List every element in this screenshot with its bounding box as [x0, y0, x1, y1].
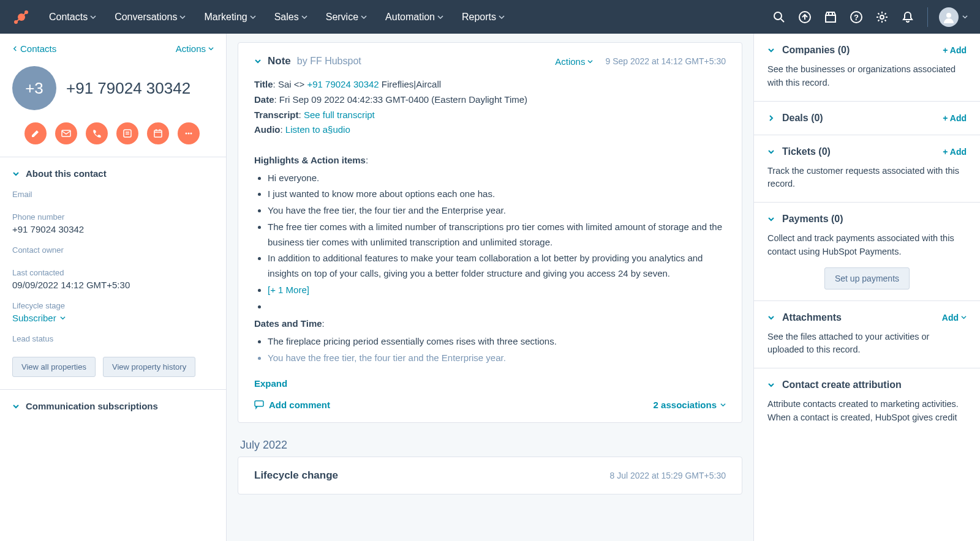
svg-line-6	[781, 19, 784, 22]
account-menu[interactable]	[927, 7, 968, 27]
about-section-header[interactable]: About this contact	[0, 157, 226, 190]
expand-button[interactable]: Expand	[254, 378, 287, 389]
email-button[interactable]	[55, 122, 77, 144]
activity-timeline: Note by FF Hubspot Actions 9 Sep 2022 at…	[227, 34, 753, 541]
hubspot-logo[interactable]	[12, 8, 31, 26]
svg-rect-26	[255, 401, 263, 406]
top-nav: Contacts Conversations Marketing Sales S…	[0, 0, 980, 34]
svg-point-24	[188, 133, 190, 135]
title-phone-link[interactable]: +91 79024 30342	[307, 79, 379, 89]
view-property-history-button[interactable]: View property history	[103, 357, 195, 377]
associations-dropdown[interactable]: 2 associations	[654, 400, 726, 410]
listen-audio-link[interactable]: Listen to a§udio	[285, 124, 350, 135]
lead-status-label: Lead status	[12, 334, 214, 343]
note-author: by FF Hubspot	[297, 56, 361, 67]
back-to-contacts[interactable]: Contacts	[12, 43, 56, 54]
add-comment-button[interactable]: Add comment	[254, 400, 330, 410]
svg-point-5	[774, 12, 782, 20]
note-body: Title: Sai <> +91 79024 30342 Fireflies|…	[254, 77, 726, 366]
svg-point-25	[190, 133, 192, 135]
add-ticket-button[interactable]: + Add	[943, 147, 967, 157]
attachments-section-header[interactable]: Attachments	[767, 312, 842, 323]
owner-label: Contact owner	[12, 245, 214, 255]
note-button[interactable]	[24, 122, 47, 144]
add-attachment-button[interactable]: Add	[942, 313, 967, 323]
svg-point-13	[880, 15, 884, 19]
deals-section-header[interactable]: Deals (0)	[767, 113, 823, 124]
contact-name: +91 79024 30342	[66, 79, 190, 98]
collapse-icon[interactable]	[254, 58, 262, 65]
payments-desc: Collect and track payments associated wi…	[767, 232, 967, 259]
svg-rect-16	[124, 130, 131, 137]
svg-rect-19	[154, 130, 162, 137]
add-deal-button[interactable]: + Add	[943, 113, 967, 123]
call-button[interactable]	[86, 122, 108, 144]
contact-actions-dropdown[interactable]: Actions	[176, 43, 214, 54]
notifications-icon[interactable]	[902, 11, 914, 23]
note-actions-dropdown[interactable]: Actions	[555, 56, 593, 67]
search-icon[interactable]	[773, 11, 785, 23]
companies-desc: See the businesses or organizations asso…	[767, 63, 967, 90]
svg-rect-8	[826, 15, 835, 22]
nav-service[interactable]: Service	[326, 12, 367, 23]
contact-avatar: +3	[12, 66, 56, 110]
more-button[interactable]	[178, 122, 200, 144]
task-button[interactable]	[147, 122, 169, 144]
note-label: Note	[268, 55, 291, 67]
companies-section-header[interactable]: Companies (0)	[767, 45, 850, 56]
note-timestamp: 9 Sep 2022 at 14:12 GMT+5:30	[605, 56, 726, 66]
nav-marketing[interactable]: Marketing	[204, 12, 255, 23]
communication-subscriptions-header[interactable]: Communication subscriptions	[0, 389, 226, 422]
nav-items: Contacts Conversations Marketing Sales S…	[49, 12, 505, 23]
nav-reports[interactable]: Reports	[462, 12, 505, 23]
phone-label: Phone number	[12, 212, 214, 222]
view-all-properties-button[interactable]: View all properties	[12, 357, 96, 377]
last-contacted-value: 09/09/2022 14:12 GMT+5:30	[12, 280, 214, 290]
email-label: Email	[12, 190, 214, 199]
lifecycle-timestamp: 8 Jul 2022 at 15:29 GMT+5:30	[609, 471, 726, 480]
svg-rect-15	[62, 130, 70, 136]
note-card: Note by FF Hubspot Actions 9 Sep 2022 at…	[238, 42, 742, 423]
svg-point-23	[186, 133, 187, 135]
tickets-section-header[interactable]: Tickets (0)	[767, 146, 831, 157]
setup-payments-button[interactable]: Set up payments	[824, 267, 910, 289]
add-company-button[interactable]: + Add	[943, 45, 967, 55]
more-link[interactable]: [+ 1 More]	[268, 285, 309, 295]
help-icon[interactable]: ?	[850, 11, 862, 23]
nav-automation[interactable]: Automation	[385, 12, 443, 23]
lifecycle-change-title: Lifecycle change	[254, 469, 338, 482]
month-header: July 2022	[240, 439, 742, 452]
attribution-section-header[interactable]: Contact create attribution	[767, 379, 902, 390]
tickets-desc: Track the customer requests associated w…	[767, 165, 967, 192]
log-button[interactable]	[116, 122, 138, 144]
svg-text:?: ?	[854, 13, 859, 22]
marketplace-icon[interactable]	[824, 11, 837, 23]
svg-point-14	[946, 13, 951, 18]
lifecycle-value[interactable]: Subscriber	[12, 313, 214, 323]
upgrade-icon[interactable]	[799, 11, 811, 23]
nav-sales[interactable]: Sales	[274, 12, 307, 23]
see-transcript-link[interactable]: See full transcript	[304, 110, 375, 120]
payments-section-header[interactable]: Payments (0)	[767, 214, 843, 225]
user-avatar-icon	[939, 7, 959, 27]
left-sidebar: Contacts Actions +3 +91 79024 30342 Abou…	[0, 34, 227, 541]
nav-conversations[interactable]: Conversations	[115, 12, 186, 23]
settings-icon[interactable]	[876, 11, 888, 23]
nav-contacts[interactable]: Contacts	[49, 12, 96, 23]
right-sidebar: Companies (0) + Add See the businesses o…	[753, 34, 980, 541]
lifecycle-card: Lifecycle change 8 Jul 2022 at 15:29 GMT…	[238, 457, 742, 494]
last-contacted-label: Last contacted	[12, 268, 214, 277]
attribution-desc: Attribute contacts created to marketing …	[767, 398, 967, 425]
attachments-desc: See the files attached to your activitie…	[767, 330, 967, 357]
phone-value[interactable]: +91 79024 30342	[12, 224, 214, 234]
lifecycle-label: Lifecycle stage	[12, 301, 214, 310]
